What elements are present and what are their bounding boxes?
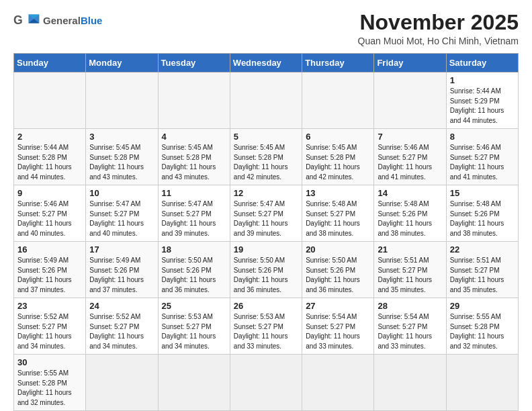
- day-number: 23: [17, 301, 82, 311]
- calendar-day-cell: 2Sunrise: 5:44 AM Sunset: 5:28 PM Daylig…: [14, 129, 86, 185]
- calendar-week-row: 2Sunrise: 5:44 AM Sunset: 5:28 PM Daylig…: [14, 129, 519, 185]
- day-info: Sunrise: 5:55 AM Sunset: 5:28 PM Dayligh…: [17, 369, 82, 408]
- calendar-day-cell: 11Sunrise: 5:47 AM Sunset: 5:27 PM Dayli…: [158, 185, 230, 242]
- day-number: 17: [89, 244, 154, 255]
- calendar-day-cell: [374, 355, 446, 411]
- day-info: Sunrise: 5:44 AM Sunset: 5:29 PM Dayligh…: [450, 87, 515, 126]
- calendar-day-cell: [14, 73, 86, 129]
- calendar-day-cell: 28Sunrise: 5:54 AM Sunset: 5:27 PM Dayli…: [374, 298, 446, 355]
- day-info: Sunrise: 5:51 AM Sunset: 5:27 PM Dayligh…: [378, 256, 442, 295]
- day-number: 3: [89, 132, 154, 142]
- calendar-day-cell: 22Sunrise: 5:51 AM Sunset: 5:27 PM Dayli…: [446, 242, 518, 298]
- day-info: Sunrise: 5:52 AM Sunset: 5:27 PM Dayligh…: [89, 312, 154, 351]
- day-info: Sunrise: 5:47 AM Sunset: 5:27 PM Dayligh…: [234, 199, 298, 238]
- calendar-week-row: 9Sunrise: 5:46 AM Sunset: 5:27 PM Daylig…: [14, 185, 519, 242]
- calendar-day-cell: 15Sunrise: 5:48 AM Sunset: 5:26 PM Dayli…: [446, 185, 518, 242]
- calendar-day-cell: [158, 355, 230, 411]
- day-info: Sunrise: 5:44 AM Sunset: 5:28 PM Dayligh…: [17, 143, 82, 182]
- day-info: Sunrise: 5:50 AM Sunset: 5:26 PM Dayligh…: [306, 256, 370, 295]
- day-number: 20: [306, 244, 370, 255]
- day-info: Sunrise: 5:47 AM Sunset: 5:27 PM Dayligh…: [89, 199, 154, 238]
- calendar-week-row: 1Sunrise: 5:44 AM Sunset: 5:29 PM Daylig…: [14, 73, 519, 129]
- day-info: Sunrise: 5:54 AM Sunset: 5:27 PM Dayligh…: [306, 312, 370, 351]
- calendar-day-cell: 20Sunrise: 5:50 AM Sunset: 5:26 PM Dayli…: [302, 242, 374, 298]
- calendar-day-cell: 13Sunrise: 5:48 AM Sunset: 5:27 PM Dayli…: [302, 185, 374, 242]
- calendar-day-cell: 1Sunrise: 5:44 AM Sunset: 5:29 PM Daylig…: [446, 73, 518, 129]
- day-number: 2: [17, 132, 82, 142]
- day-info: Sunrise: 5:45 AM Sunset: 5:28 PM Dayligh…: [234, 143, 298, 182]
- day-number: 13: [306, 188, 370, 198]
- calendar-day-cell: [302, 73, 374, 129]
- location-title: Quan Muoi Mot, Ho Chi Minh, Vietnam: [358, 36, 519, 46]
- calendar-day-cell: 4Sunrise: 5:45 AM Sunset: 5:28 PM Daylig…: [158, 129, 230, 185]
- col-monday: Monday: [86, 54, 158, 73]
- day-info: Sunrise: 5:53 AM Sunset: 5:27 PM Dayligh…: [162, 312, 226, 351]
- calendar-day-cell: 27Sunrise: 5:54 AM Sunset: 5:27 PM Dayli…: [302, 298, 374, 355]
- day-info: Sunrise: 5:51 AM Sunset: 5:27 PM Dayligh…: [450, 256, 515, 295]
- calendar-day-cell: 21Sunrise: 5:51 AM Sunset: 5:27 PM Dayli…: [374, 242, 446, 298]
- day-number: 18: [162, 244, 226, 255]
- col-saturday: Saturday: [446, 54, 518, 73]
- col-thursday: Thursday: [302, 54, 374, 73]
- day-number: 27: [306, 301, 370, 311]
- calendar-day-cell: 24Sunrise: 5:52 AM Sunset: 5:27 PM Dayli…: [86, 298, 158, 355]
- calendar-day-cell: 23Sunrise: 5:52 AM Sunset: 5:27 PM Dayli…: [14, 298, 86, 355]
- day-number: 5: [234, 132, 298, 142]
- calendar-day-cell: 3Sunrise: 5:45 AM Sunset: 5:28 PM Daylig…: [86, 129, 158, 185]
- calendar-day-cell: 16Sunrise: 5:49 AM Sunset: 5:26 PM Dayli…: [14, 242, 86, 298]
- day-number: 16: [17, 244, 82, 255]
- day-info: Sunrise: 5:45 AM Sunset: 5:28 PM Dayligh…: [306, 143, 370, 182]
- day-info: Sunrise: 5:48 AM Sunset: 5:26 PM Dayligh…: [450, 199, 515, 238]
- logo-blue: Blue: [81, 15, 103, 26]
- calendar-day-cell: 18Sunrise: 5:50 AM Sunset: 5:26 PM Dayli…: [158, 242, 230, 298]
- month-title: November 2025: [358, 11, 519, 34]
- calendar-day-cell: 5Sunrise: 5:45 AM Sunset: 5:28 PM Daylig…: [230, 129, 302, 185]
- day-number: 8: [450, 132, 515, 142]
- day-info: Sunrise: 5:53 AM Sunset: 5:27 PM Dayligh…: [234, 312, 298, 351]
- day-number: 24: [89, 301, 154, 311]
- day-info: Sunrise: 5:54 AM Sunset: 5:27 PM Dayligh…: [378, 312, 442, 351]
- calendar-day-cell: 6Sunrise: 5:45 AM Sunset: 5:28 PM Daylig…: [302, 129, 374, 185]
- day-info: Sunrise: 5:50 AM Sunset: 5:26 PM Dayligh…: [162, 256, 226, 295]
- calendar-day-cell: 17Sunrise: 5:49 AM Sunset: 5:26 PM Dayli…: [86, 242, 158, 298]
- day-info: Sunrise: 5:50 AM Sunset: 5:26 PM Dayligh…: [234, 256, 298, 295]
- day-info: Sunrise: 5:45 AM Sunset: 5:28 PM Dayligh…: [89, 143, 154, 182]
- day-info: Sunrise: 5:52 AM Sunset: 5:27 PM Dayligh…: [17, 312, 82, 351]
- col-friday: Friday: [374, 54, 446, 73]
- calendar-day-cell: 19Sunrise: 5:50 AM Sunset: 5:26 PM Dayli…: [230, 242, 302, 298]
- day-number: 15: [450, 188, 515, 198]
- day-number: 19: [234, 244, 298, 255]
- day-number: 29: [450, 301, 515, 311]
- logo-general: General: [43, 15, 81, 26]
- calendar-day-cell: 29Sunrise: 5:55 AM Sunset: 5:28 PM Dayli…: [446, 298, 518, 355]
- logo-area: G GeneralBlue: [13, 11, 102, 31]
- calendar-day-cell: [446, 355, 518, 411]
- day-number: 4: [162, 132, 226, 142]
- day-number: 30: [17, 357, 82, 367]
- page-header: G GeneralBlue November 2025 Quan Muoi Mo…: [13, 11, 519, 46]
- col-sunday: Sunday: [14, 54, 86, 73]
- calendar-header-row: Sunday Monday Tuesday Wednesday Thursday…: [14, 54, 519, 73]
- day-info: Sunrise: 5:46 AM Sunset: 5:27 PM Dayligh…: [378, 143, 442, 182]
- calendar-week-row: 23Sunrise: 5:52 AM Sunset: 5:27 PM Dayli…: [14, 298, 519, 355]
- calendar-day-cell: [230, 73, 302, 129]
- day-info: Sunrise: 5:48 AM Sunset: 5:26 PM Dayligh…: [378, 199, 442, 238]
- day-number: 14: [378, 188, 442, 198]
- title-area: November 2025 Quan Muoi Mot, Ho Chi Minh…: [358, 11, 519, 46]
- calendar-day-cell: [86, 73, 158, 129]
- calendar-day-cell: 25Sunrise: 5:53 AM Sunset: 5:27 PM Dayli…: [158, 298, 230, 355]
- day-info: Sunrise: 5:55 AM Sunset: 5:28 PM Dayligh…: [450, 312, 515, 351]
- day-number: 1: [450, 75, 515, 85]
- day-info: Sunrise: 5:46 AM Sunset: 5:27 PM Dayligh…: [17, 199, 82, 238]
- svg-text:G: G: [13, 13, 23, 27]
- day-number: 11: [162, 188, 226, 198]
- day-info: Sunrise: 5:49 AM Sunset: 5:26 PM Dayligh…: [89, 256, 154, 295]
- calendar-day-cell: 30Sunrise: 5:55 AM Sunset: 5:28 PM Dayli…: [14, 355, 86, 411]
- calendar-day-cell: 7Sunrise: 5:46 AM Sunset: 5:27 PM Daylig…: [374, 129, 446, 185]
- day-number: 9: [17, 188, 82, 198]
- day-number: 28: [378, 301, 442, 311]
- day-number: 25: [162, 301, 226, 311]
- col-tuesday: Tuesday: [158, 54, 230, 73]
- calendar-day-cell: 12Sunrise: 5:47 AM Sunset: 5:27 PM Dayli…: [230, 185, 302, 242]
- day-info: Sunrise: 5:46 AM Sunset: 5:27 PM Dayligh…: [450, 143, 515, 182]
